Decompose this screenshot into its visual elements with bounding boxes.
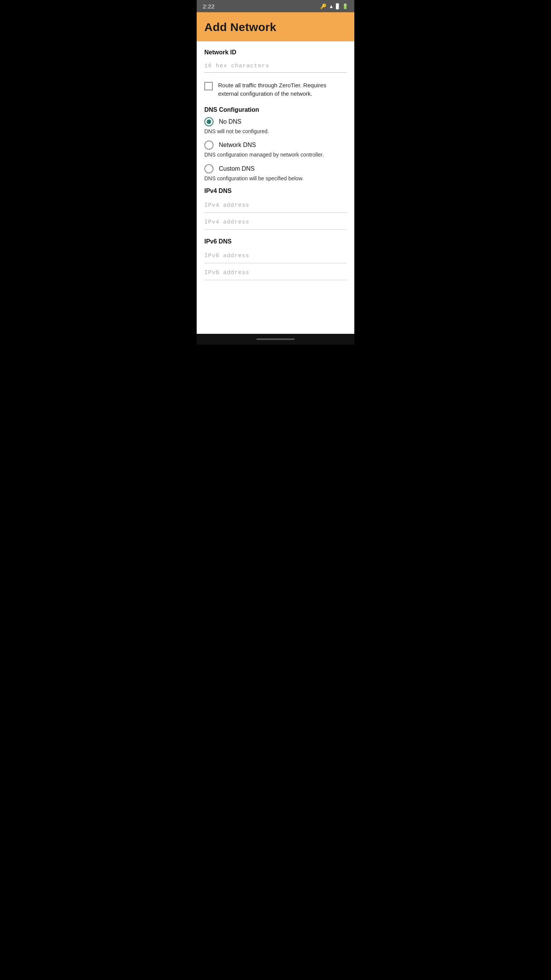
ipv6-dns-input-2[interactable]: [204, 266, 347, 280]
wifi-icon: ▲: [329, 3, 334, 9]
ipv6-dns-input-1[interactable]: [204, 249, 347, 263]
status-icons: 🔑 ▲ ▊ 🔋: [320, 3, 348, 9]
radio-desc-no-dns: DNS will not be configured.: [204, 128, 347, 136]
radio-label-no-dns: No DNS: [219, 118, 241, 125]
key-icon: 🔑: [320, 3, 326, 9]
battery-icon: 🔋: [342, 3, 348, 9]
radio-row-custom-dns[interactable]: Custom DNS: [204, 164, 347, 173]
dns-config-section: DNS Configuration No DNS DNS will not be…: [204, 106, 347, 183]
dns-config-label: DNS Configuration: [204, 106, 347, 113]
radio-circle-no-dns[interactable]: [204, 117, 214, 126]
radio-option-network-dns: Network DNS DNS configuration managed by…: [204, 140, 347, 159]
radio-circle-network-dns[interactable]: [204, 140, 214, 150]
route-traffic-checkbox[interactable]: [204, 82, 213, 90]
ipv4-dns-label: IPv4 DNS: [204, 188, 347, 194]
radio-row-network-dns[interactable]: Network DNS: [204, 140, 347, 150]
radio-circle-custom-dns[interactable]: [204, 164, 214, 173]
network-id-input[interactable]: [204, 60, 347, 73]
ipv4-dns-input-1[interactable]: [204, 198, 347, 213]
route-traffic-section: Route all traffic through ZeroTier. Requ…: [204, 80, 347, 98]
page-header: Add Network: [197, 12, 354, 41]
content-area: Network ID Route all traffic through Zer…: [197, 41, 354, 334]
network-id-label: Network ID: [204, 49, 347, 56]
radio-desc-network-dns: DNS configuration managed by network con…: [204, 151, 347, 159]
bottom-bar: [197, 334, 354, 345]
ipv6-dns-section: IPv6 DNS: [204, 238, 347, 283]
phone-container: 2:22 🔑 ▲ ▊ 🔋 Add Network Network ID Rout…: [197, 0, 354, 345]
status-time: 2:22: [203, 3, 215, 10]
route-traffic-label: Route all traffic through ZeroTier. Requ…: [218, 81, 347, 98]
radio-desc-custom-dns: DNS configuration will be specified belo…: [204, 175, 347, 183]
page-title: Add Network: [204, 21, 347, 34]
home-indicator: [256, 338, 295, 340]
radio-option-custom-dns: Custom DNS DNS configuration will be spe…: [204, 164, 347, 183]
radio-label-custom-dns: Custom DNS: [219, 165, 254, 172]
status-bar: 2:22 🔑 ▲ ▊ 🔋: [197, 0, 354, 12]
ipv6-dns-label: IPv6 DNS: [204, 238, 347, 245]
radio-label-network-dns: Network DNS: [219, 142, 256, 149]
signal-icon: ▊: [336, 3, 340, 9]
network-id-section: Network ID: [204, 49, 347, 73]
ipv4-dns-input-2[interactable]: [204, 215, 347, 230]
ipv4-dns-section: IPv4 DNS: [204, 188, 347, 232]
radio-row-no-dns[interactable]: No DNS: [204, 117, 347, 126]
radio-option-no-dns: No DNS DNS will not be configured.: [204, 117, 347, 136]
